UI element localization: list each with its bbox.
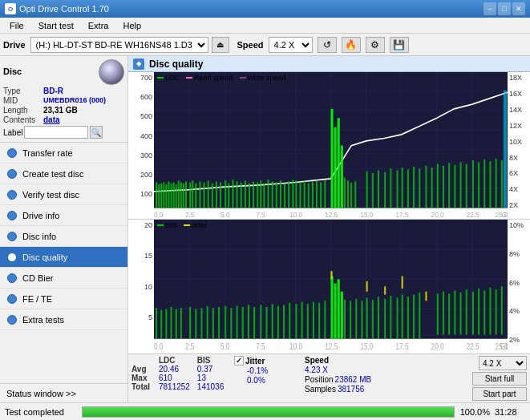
svg-rect-84 [437, 164, 439, 208]
svg-rect-124 [165, 309, 167, 339]
avg-ldc: 20.46 [156, 365, 194, 374]
svg-rect-81 [419, 168, 420, 208]
nav-extra-tests-label: Extra tests [22, 315, 64, 325]
cd-bier-icon [7, 273, 17, 283]
minimize-button[interactable]: − [483, 2, 496, 15]
read-speed-legend-dot [186, 77, 192, 79]
svg-rect-49 [268, 180, 269, 208]
svg-rect-86 [448, 163, 450, 208]
start-part-button[interactable]: Start part [472, 387, 527, 401]
start-full-button[interactable]: Start full [472, 372, 527, 386]
contents-val[interactable]: data [43, 115, 60, 124]
svg-rect-135 [230, 309, 232, 339]
nav-transfer-rate[interactable]: Transfer rate [0, 143, 127, 164]
svg-rect-127 [180, 309, 182, 339]
svg-rect-41 [237, 181, 238, 208]
app-title: Opti Drive Control 1.70 [19, 4, 109, 14]
sidebar: Disc Type BD-R MID UMEBDR016 (000) Lengt… [0, 56, 128, 402]
nav-fe-te[interactable]: FE / TE [0, 289, 127, 309]
svg-rect-19 [163, 182, 164, 208]
max-label: Max [131, 374, 156, 382]
svg-rect-132 [212, 309, 214, 339]
chart2-y-labels: 20 15 10 5 [128, 220, 154, 353]
svg-text:22.5: 22.5 [467, 211, 479, 220]
progress-bar-fill [83, 407, 454, 417]
svg-rect-16 [156, 182, 157, 208]
speed-start-section: 4.2 X Start full Start part [472, 356, 527, 401]
speed-stats: Speed 4.23 X Position 23862 MB Samples 3… [305, 356, 377, 394]
svg-rect-27 [183, 184, 184, 208]
jitter-checkbox[interactable]: ✓ [234, 356, 244, 365]
svg-rect-157 [350, 301, 351, 339]
label-button[interactable]: 🔍 [90, 126, 103, 139]
menu-bar: File Start test Extra Help [0, 18, 530, 34]
ldc-legend-dot [157, 77, 164, 79]
close-button[interactable]: ✕ [512, 2, 525, 15]
svg-rect-162 [378, 297, 379, 339]
refresh-button[interactable]: ↺ [318, 37, 337, 53]
svg-rect-21 [168, 181, 169, 208]
svg-rect-141 [265, 307, 267, 339]
settings-button[interactable]: ⚙ [366, 37, 385, 53]
burn-button[interactable]: 🔥 [342, 37, 361, 53]
maximize-button[interactable]: □ [498, 2, 511, 15]
drive-select[interactable]: (H:) HL-DT-ST BD-RE WH16NS48 1.D3 [30, 37, 208, 53]
speed-select[interactable]: 4.2 X [269, 37, 313, 53]
menu-help[interactable]: Help [116, 19, 148, 32]
status-window-button[interactable]: Status window >> [0, 383, 127, 402]
save-button[interactable]: 💾 [390, 37, 409, 53]
total-ldc: 7811252 [156, 382, 194, 391]
svg-rect-42 [241, 182, 242, 208]
svg-rect-77 [397, 171, 399, 208]
svg-rect-79 [407, 169, 409, 208]
samples-label: Samples [305, 385, 336, 394]
extra-tests-icon [7, 315, 17, 325]
svg-rect-22 [171, 184, 172, 208]
svg-rect-40 [232, 180, 233, 208]
nav-cd-bier[interactable]: CD Bier [0, 268, 127, 289]
svg-rect-169 [419, 293, 420, 339]
nav-verify-test-disc[interactable]: Verify test disc [0, 184, 127, 205]
svg-text:GB: GB [502, 211, 508, 220]
menu-file[interactable]: File [3, 19, 30, 32]
svg-rect-33 [204, 182, 205, 208]
svg-rect-165 [397, 298, 399, 339]
nav-disc-info[interactable]: Disc info [0, 226, 127, 247]
svg-rect-155 [341, 292, 343, 339]
svg-rect-29 [189, 182, 191, 208]
nav-create-test-disc[interactable]: Create test disc [0, 164, 127, 184]
svg-rect-39 [228, 184, 229, 208]
svg-rect-147 [301, 302, 303, 339]
menu-start-test[interactable]: Start test [32, 19, 80, 32]
main-layout: Disc Type BD-R MID UMEBDR016 (000) Lengt… [0, 56, 530, 402]
svg-rect-58 [338, 118, 340, 208]
jitter-legend-label: Jitter [192, 221, 208, 229]
nav-extra-tests[interactable]: Extra tests [0, 309, 127, 330]
svg-rect-95 [501, 160, 503, 208]
svg-rect-72 [366, 172, 368, 208]
create-test-disc-icon [7, 169, 17, 179]
svg-rect-44 [249, 184, 250, 208]
nav-drive-info[interactable]: Drive info [0, 205, 127, 226]
menu-extra[interactable]: Extra [82, 19, 115, 32]
samples-val: 381756 [338, 385, 364, 394]
svg-rect-164 [390, 296, 391, 339]
svg-rect-163 [384, 299, 386, 339]
length-key: Length [3, 106, 42, 115]
svg-rect-47 [260, 180, 261, 208]
svg-rect-168 [413, 295, 415, 339]
svg-rect-62 [304, 180, 305, 208]
speed-dropdown[interactable]: 4.2 X [479, 356, 527, 370]
svg-rect-130 [200, 309, 202, 339]
svg-rect-93 [489, 161, 491, 208]
svg-rect-125 [171, 307, 172, 339]
svg-rect-143 [277, 306, 279, 339]
label-input[interactable] [24, 126, 88, 139]
svg-rect-28 [185, 181, 187, 208]
bis-header: BIS [194, 356, 228, 365]
eject-button[interactable]: ⏏ [212, 37, 229, 53]
svg-rect-173 [402, 277, 403, 289]
svg-rect-30 [192, 180, 193, 208]
nav-disc-quality[interactable]: Disc quality [0, 247, 127, 268]
total-label: Total [131, 382, 156, 391]
